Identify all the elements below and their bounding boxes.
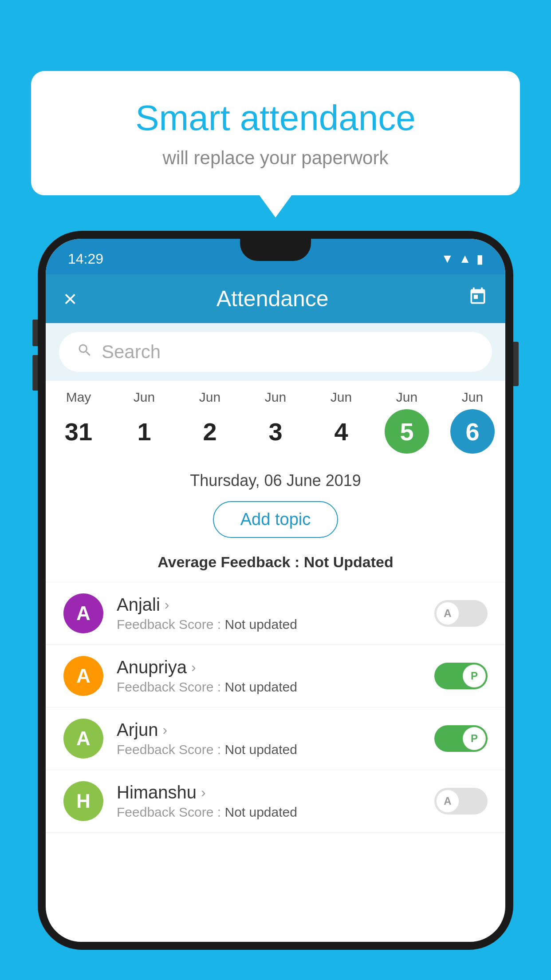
student-chevron-2: › <box>162 722 167 738</box>
phone-wrapper: 14:29 ▼ ▲ ▮ × Attendance <box>38 231 513 980</box>
toggle-knob-2: P <box>463 727 486 750</box>
student-chevron-1: › <box>191 659 196 676</box>
wifi-icon: ▼ <box>441 252 454 266</box>
speech-bubble: Smart attendance will replace your paper… <box>31 71 520 195</box>
student-info-3: Himanshu ›Feedback Score : Not updated <box>117 782 421 820</box>
search-bar[interactable]: Search <box>59 332 492 372</box>
student-feedback-3: Feedback Score : Not updated <box>117 805 421 820</box>
student-chevron-3: › <box>201 784 206 801</box>
cal-month-3: Jun <box>265 390 286 405</box>
student-info-1: Anupriya ›Feedback Score : Not updated <box>117 657 421 695</box>
cal-month-4: Jun <box>331 390 352 405</box>
attendance-toggle-3[interactable]: A <box>434 788 488 814</box>
student-name-1[interactable]: Anupriya › <box>117 657 421 677</box>
bubble-subtitle: will replace your paperwork <box>67 147 484 169</box>
student-name-3[interactable]: Himanshu › <box>117 782 421 802</box>
toggle-container-2: P <box>434 725 488 752</box>
toggle-container-3: A <box>434 788 488 814</box>
vol-up-button <box>32 320 38 346</box>
cal-date-0: 31 <box>56 409 101 454</box>
cal-month-1: Jun <box>134 390 155 405</box>
attendance-toggle-0[interactable]: A <box>434 600 488 627</box>
student-item-2: AArjun ›Feedback Score : Not updatedP <box>46 707 505 770</box>
calendar-day-4[interactable]: Jun4 <box>310 390 372 454</box>
calendar-day-6[interactable]: Jun6 <box>441 390 504 454</box>
student-name-2[interactable]: Arjun › <box>117 720 421 740</box>
student-avatar-3: H <box>63 781 103 821</box>
student-item-0: AAnjali ›Feedback Score : Not updatedA <box>46 582 505 645</box>
student-avatar-2: A <box>63 719 103 759</box>
cal-date-5: 5 <box>385 409 429 454</box>
student-info-2: Arjun ›Feedback Score : Not updated <box>117 720 421 757</box>
calendar-row: May31Jun1Jun2Jun3Jun4Jun5Jun6 <box>46 381 505 458</box>
attendance-toggle-1[interactable]: P <box>434 663 488 689</box>
toggle-container-0: A <box>434 600 488 627</box>
student-item-3: HHimanshu ›Feedback Score : Not updatedA <box>46 770 505 833</box>
add-topic-button[interactable]: Add topic <box>213 501 338 538</box>
toggle-knob-3: A <box>436 790 459 813</box>
student-chevron-0: › <box>165 597 169 613</box>
signal-icon: ▲ <box>459 252 471 266</box>
calendar-day-1[interactable]: Jun1 <box>113 390 175 454</box>
avg-feedback: Average Feedback : Not Updated <box>46 549 505 582</box>
student-avatar-1: A <box>63 656 103 696</box>
attendance-toggle-2[interactable]: P <box>434 725 488 752</box>
student-feedback-1: Feedback Score : Not updated <box>117 680 421 695</box>
student-feedback-0: Feedback Score : Not updated <box>117 617 421 632</box>
header-title: Attendance <box>216 286 329 312</box>
student-item-1: AAnupriya ›Feedback Score : Not updatedP <box>46 645 505 707</box>
cal-date-6: 6 <box>450 409 495 454</box>
student-avatar-0: A <box>63 593 103 633</box>
selected-date-text: Thursday, 06 June 2019 <box>190 471 361 490</box>
power-button <box>513 342 519 386</box>
cal-date-2: 2 <box>188 409 232 454</box>
cal-month-0: May <box>66 390 91 405</box>
add-topic-container: Add topic <box>46 497 505 549</box>
status-icons: ▼ ▲ ▮ <box>441 252 483 266</box>
app-header: × Attendance <box>46 274 505 323</box>
search-input-placeholder: Search <box>102 341 161 363</box>
calendar-day-5[interactable]: Jun5 <box>376 390 438 454</box>
status-time: 14:29 <box>68 251 103 267</box>
phone-outer: 14:29 ▼ ▲ ▮ × Attendance <box>38 231 513 950</box>
calendar-icon[interactable] <box>468 287 488 311</box>
student-list: AAnjali ›Feedback Score : Not updatedAAA… <box>46 582 505 833</box>
student-info-0: Anjali ›Feedback Score : Not updated <box>117 595 421 632</box>
vol-down-button <box>32 355 38 391</box>
cal-date-3: 3 <box>253 409 298 454</box>
cal-month-2: Jun <box>199 390 220 405</box>
close-button[interactable]: × <box>63 285 77 312</box>
avg-feedback-label: Average Feedback : <box>157 553 299 570</box>
cal-date-4: 4 <box>319 409 363 454</box>
date-info: Thursday, 06 June 2019 <box>46 458 505 497</box>
calendar-day-3[interactable]: Jun3 <box>244 390 307 454</box>
speech-bubble-container: Smart attendance will replace your paper… <box>31 71 520 195</box>
toggle-knob-0: A <box>436 602 459 625</box>
avg-feedback-value: Not Updated <box>304 553 394 570</box>
student-feedback-2: Feedback Score : Not updated <box>117 742 421 757</box>
search-bar-container: Search <box>46 323 505 381</box>
phone-notch <box>240 239 311 261</box>
bubble-title: Smart attendance <box>67 98 484 138</box>
cal-date-1: 1 <box>122 409 166 454</box>
cal-month-6: Jun <box>462 390 483 405</box>
battery-icon: ▮ <box>476 252 483 266</box>
toggle-knob-1: P <box>463 664 486 688</box>
cal-month-5: Jun <box>396 390 417 405</box>
calendar-day-0[interactable]: May31 <box>47 390 110 454</box>
search-icon <box>77 342 93 362</box>
phone-screen: 14:29 ▼ ▲ ▮ × Attendance <box>46 239 505 942</box>
student-name-0[interactable]: Anjali › <box>117 595 421 615</box>
calendar-day-2[interactable]: Jun2 <box>179 390 241 454</box>
toggle-container-1: P <box>434 663 488 689</box>
